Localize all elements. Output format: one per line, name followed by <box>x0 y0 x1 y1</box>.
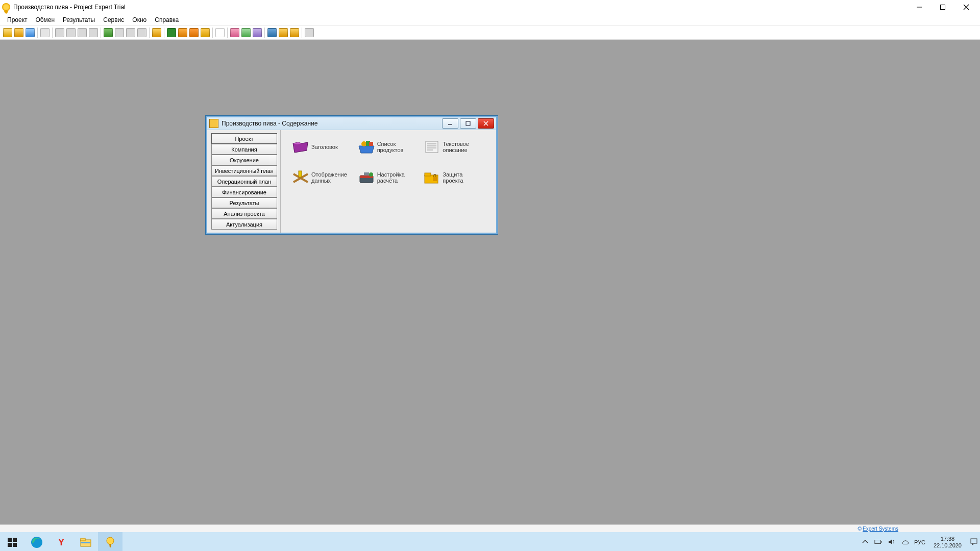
menu-service[interactable]: Сервис <box>99 15 128 24</box>
svg-rect-28 <box>8 543 12 547</box>
tb-user3-icon[interactable] <box>252 27 263 38</box>
tb-find-icon[interactable] <box>214 27 226 38</box>
nav-operational-plan[interactable]: Операционный план <box>211 176 277 187</box>
tb-calc-icon[interactable] <box>151 27 162 38</box>
svg-rect-1 <box>941 5 945 10</box>
tb-sep <box>264 28 265 38</box>
tb-print3-icon[interactable] <box>77 27 88 38</box>
start-button[interactable] <box>0 532 24 551</box>
document-icon <box>422 138 442 156</box>
tray-clock[interactable]: 17:38 22.10.2020 <box>930 536 965 549</box>
tb-chart4-icon[interactable] <box>136 27 148 38</box>
svg-rect-37 <box>880 541 881 543</box>
folder-icon <box>291 138 310 156</box>
tray-battery-icon[interactable] <box>874 538 883 547</box>
taskbar-explorer[interactable] <box>74 532 98 551</box>
svg-rect-5 <box>466 121 470 126</box>
svg-rect-33 <box>81 538 85 541</box>
nav-company[interactable]: Компания <box>211 144 277 155</box>
contents-close-button[interactable] <box>478 118 494 129</box>
nav-investment-plan[interactable]: Инвестиционный план <box>211 165 277 176</box>
nav-results[interactable]: Результаты <box>211 197 277 208</box>
tb-open-icon[interactable] <box>13 27 24 38</box>
contents-icon <box>209 119 218 128</box>
tb-pl-icon[interactable] <box>166 27 177 38</box>
svg-rect-24 <box>425 173 431 176</box>
nav-project[interactable]: Проект <box>211 133 277 144</box>
contents-nav: Проект Компания Окружение Инвестиционный… <box>207 130 280 233</box>
tile-label: Список продуктов <box>377 141 404 153</box>
window-controls <box>908 0 978 14</box>
tb-new-icon[interactable] <box>2 27 13 38</box>
menu-project[interactable]: Проект <box>3 15 32 24</box>
tb-user2-icon[interactable] <box>240 27 252 38</box>
tile-label: Заголовок <box>311 144 338 150</box>
tb-print-icon[interactable] <box>54 27 65 38</box>
tray-action-center-icon[interactable] <box>970 538 978 547</box>
svg-text:Y: Y <box>58 537 64 547</box>
svg-rect-10 <box>369 142 373 146</box>
tile-project-protection[interactable]: Защита проекта <box>422 169 483 186</box>
svg-rect-27 <box>13 538 17 542</box>
tile-calc-settings[interactable]: Настройка расчёта <box>357 169 418 186</box>
tb-print4-icon[interactable] <box>88 27 99 38</box>
contents-maximize-button[interactable] <box>460 118 476 129</box>
status-vendor-link[interactable]: Expert Systems <box>863 526 898 532</box>
tb-bs-icon[interactable] <box>188 27 200 38</box>
menu-help[interactable]: Справка <box>151 15 183 24</box>
tile-data-display[interactable]: Отображение данных <box>291 169 352 186</box>
nav-environment[interactable]: Окружение <box>211 155 277 165</box>
menu-exchange[interactable]: Обмен <box>32 15 59 24</box>
tb-chart1-icon[interactable] <box>103 27 114 38</box>
taskbar-project-expert[interactable] <box>98 532 122 551</box>
contents-scrollbar[interactable] <box>489 130 496 233</box>
tile-label: Настройка расчёта <box>377 171 405 184</box>
tb-flag3-icon[interactable] <box>289 27 300 38</box>
tile-products[interactable]: Список продуктов <box>357 138 418 156</box>
svg-rect-38 <box>971 539 977 543</box>
tb-user1-icon[interactable] <box>229 27 240 38</box>
tb-flag2-icon[interactable] <box>278 27 289 38</box>
nav-financing[interactable]: Финансирование <box>211 187 277 197</box>
minimize-button[interactable] <box>908 0 931 14</box>
svg-rect-36 <box>875 540 881 543</box>
contents-titlebar[interactable]: Производство пива - Содержание <box>207 117 496 130</box>
app-icon <box>2 3 10 11</box>
maximize-button[interactable] <box>931 0 954 14</box>
tb-save-icon[interactable] <box>24 27 36 38</box>
contents-minimize-button[interactable] <box>442 118 458 129</box>
menu-results[interactable]: Результаты <box>59 15 99 24</box>
tray-overflow-icon[interactable] <box>861 538 869 547</box>
svg-rect-21 <box>364 172 369 176</box>
nav-actualization[interactable]: Актуализация <box>211 219 277 230</box>
tile-title[interactable]: Заголовок <box>291 138 352 156</box>
tb-print2-icon[interactable] <box>65 27 77 38</box>
tb-cf-icon[interactable] <box>177 27 188 38</box>
lock-folder-icon <box>422 169 442 186</box>
menubar: Проект Обмен Результаты Сервис Окно Спра… <box>0 14 980 26</box>
tile-label: Защита проекта <box>443 171 463 184</box>
tray-date: 22.10.2020 <box>934 542 962 549</box>
tb-schema-icon[interactable] <box>39 27 51 38</box>
svg-point-22 <box>369 172 373 177</box>
status-copyright-icon: © <box>858 526 862 532</box>
taskbar-yandex[interactable]: Y <box>49 532 74 551</box>
contents-title: Производство пива - Содержание <box>222 120 317 127</box>
close-button[interactable] <box>954 0 978 14</box>
tb-flag1-icon[interactable] <box>266 27 278 38</box>
tile-text-description[interactable]: Текстовое описание <box>422 138 483 156</box>
tb-sep <box>149 28 150 38</box>
tb-chart2-icon[interactable] <box>114 27 125 38</box>
svg-point-35 <box>107 537 114 544</box>
nav-project-analysis[interactable]: Анализ проекта <box>211 208 277 219</box>
menu-window[interactable]: Окно <box>128 15 151 24</box>
tray-onedrive-icon[interactable] <box>901 538 909 547</box>
tb-extra-icon[interactable] <box>304 27 315 38</box>
tb-chart3-icon[interactable] <box>125 27 136 38</box>
tile-label: Отображение данных <box>311 171 347 184</box>
tray-volume-icon[interactable] <box>888 538 896 547</box>
tb-ratio-icon[interactable] <box>200 27 211 38</box>
svg-rect-18 <box>299 171 302 177</box>
taskbar-edge[interactable] <box>24 532 49 551</box>
tray-language[interactable]: РУС <box>914 539 925 545</box>
